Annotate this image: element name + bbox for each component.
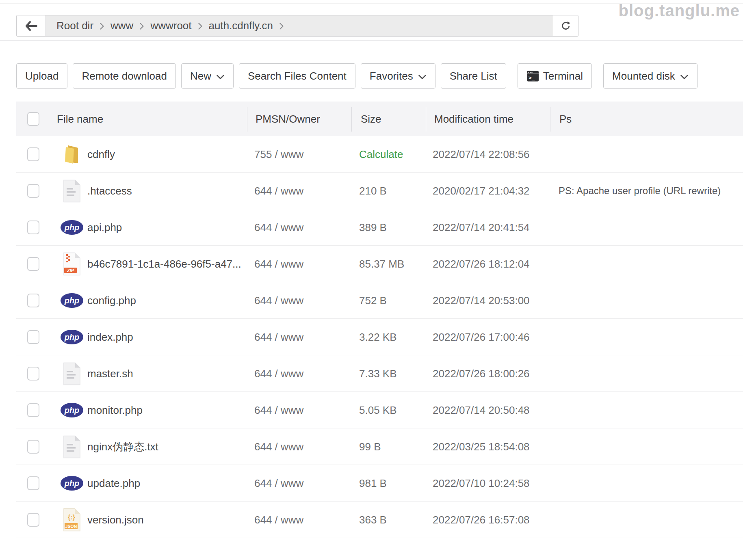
mounted-disk-button[interactable]: Mounted disk [603, 63, 698, 89]
text-file-icon [63, 179, 81, 203]
column-separator [426, 107, 426, 132]
col-ps[interactable]: Ps [559, 112, 572, 125]
col-pmsn-owner[interactable]: PMSN/Owner [256, 112, 320, 125]
svg-text:php: php [64, 479, 80, 488]
file-size: 5.05 KB [359, 404, 397, 416]
pmsn-owner-value: 644 / www [254, 294, 303, 307]
chevron-down-icon [216, 74, 225, 80]
breadcrumb: Root dir www wwwroot auth.cdnfly.cn [46, 15, 553, 36]
row-checkbox[interactable] [27, 257, 39, 271]
table-row[interactable]: ZIP b46c7891-1c1a-486e-96f5-a47... 644 /… [16, 246, 743, 282]
breadcrumb-item-wwwroot[interactable]: wwwroot [150, 19, 191, 32]
file-size: 363 B [359, 513, 387, 526]
svg-text:ZIP: ZIP [67, 268, 74, 273]
favorites-button[interactable]: Favorites [361, 63, 435, 89]
breadcrumb-bar: Root dir www wwwroot auth.cdnfly.cn [16, 15, 578, 37]
breadcrumb-item-root-dir[interactable]: Root dir [56, 19, 93, 32]
pmsn-owner-value: 644 / www [254, 257, 303, 270]
row-checkbox[interactable] [27, 294, 39, 307]
column-separator [351, 107, 352, 132]
file-name[interactable]: config.php [87, 294, 136, 307]
toolbar-button-label: Favorites [370, 70, 413, 82]
chevron-down-icon [680, 74, 689, 80]
toolbar-button-label: Remote download [82, 70, 167, 82]
file-size: 210 B [359, 184, 387, 197]
file-name[interactable]: cdnfly [87, 148, 115, 160]
table-row[interactable]: php api.php 644 / www 389 B 2022/07/14 2… [16, 209, 743, 246]
modification-time-value: 2022/03/25 18:54:08 [433, 440, 530, 453]
file-name[interactable]: index.php [87, 331, 133, 343]
new-button[interactable]: New [181, 63, 234, 89]
svg-text:php: php [64, 296, 80, 305]
file-name[interactable]: update.php [87, 477, 140, 489]
pmsn-owner-value: 644 / www [254, 331, 303, 343]
col-file-name[interactable]: File name [57, 112, 103, 125]
file-size: 3.22 KB [359, 331, 397, 343]
file-name[interactable]: api.php [87, 221, 122, 234]
table-row[interactable]: php index.php 644 / www 3.22 KB 2022/07/… [16, 319, 743, 355]
calculate-link[interactable]: Calculate [359, 148, 403, 160]
chevron-right-icon [198, 22, 203, 30]
file-name[interactable]: monitor.php [87, 404, 143, 416]
select-all-checkbox[interactable] [27, 112, 39, 126]
row-checkbox[interactable] [27, 184, 39, 198]
file-name[interactable]: nginx伪静态.txt [87, 439, 158, 454]
row-checkbox[interactable] [27, 147, 39, 161]
row-checkbox[interactable] [27, 513, 39, 527]
row-checkbox[interactable] [27, 403, 39, 417]
php-file-icon: php [60, 220, 84, 235]
upload-button[interactable]: Upload [16, 63, 67, 89]
back-button[interactable] [17, 15, 46, 36]
share-list-button[interactable]: Share List [441, 63, 506, 89]
table-row[interactable]: {:} JSON version.json 644 / www 363 B 20… [16, 502, 743, 538]
row-checkbox[interactable] [27, 440, 39, 454]
toolbar-button-label: Search Files Content [248, 70, 347, 82]
file-name[interactable]: version.json [87, 513, 144, 526]
pmsn-owner-value: 644 / www [254, 184, 303, 197]
file-size: 7.33 KB [359, 367, 397, 380]
file-name[interactable]: b46c7891-1c1a-486e-96f5-a47... [87, 257, 241, 270]
col-modification-time[interactable]: Modification time [434, 112, 513, 125]
pmsn-owner-value: 644 / www [254, 440, 303, 453]
modification-time-value: 2022/07/14 20:41:54 [433, 221, 530, 234]
table-header: File name PMSN/Owner Size Modification t… [16, 102, 743, 136]
table-row[interactable]: cdnfly 755 / www Calculate 2022/07/14 22… [16, 136, 743, 173]
modification-time-value: 2022/07/26 18:12:04 [433, 257, 530, 270]
file-name[interactable]: .htaccess [87, 184, 132, 197]
folder-icon [61, 143, 83, 165]
row-checkbox[interactable] [27, 221, 39, 234]
table-row[interactable]: php config.php 644 / www 752 B 2022/07/1… [16, 282, 743, 319]
row-checkbox[interactable] [27, 367, 39, 381]
col-size[interactable]: Size [361, 112, 381, 125]
chevron-right-icon [279, 22, 284, 30]
modification-time-value: 2022/07/26 18:00:26 [433, 367, 530, 380]
divider [0, 40, 743, 41]
search-files-content-button[interactable]: Search Files Content [239, 63, 355, 89]
watermark: blog.tanglu.me [619, 2, 740, 20]
terminal-button[interactable]: >_ Terminal [518, 63, 592, 89]
breadcrumb-item-auth-cdnfly-cn[interactable]: auth.cdnfly.cn [209, 19, 273, 32]
remote-download-button[interactable]: Remote download [73, 63, 176, 89]
pmsn-owner-value: 644 / www [254, 404, 303, 416]
breadcrumb-item-www[interactable]: www [110, 19, 133, 32]
file-size: 752 B [359, 294, 387, 307]
modification-time-value: 2022/07/14 22:08:56 [433, 148, 530, 160]
refresh-button[interactable] [553, 15, 578, 36]
table-row[interactable]: .htaccess 644 / www 210 B 2020/02/17 21:… [16, 173, 743, 209]
modification-time-value: 2022/07/10 10:24:58 [433, 477, 530, 489]
file-name[interactable]: master.sh [87, 367, 133, 380]
svg-text:{:}: {:} [68, 514, 75, 521]
row-checkbox[interactable] [27, 476, 39, 490]
table-row[interactable]: php monitor.php 644 / www 5.05 KB 2022/0… [16, 392, 743, 428]
text-file-icon [63, 435, 81, 458]
table-row[interactable]: nginx伪静态.txt 644 / www 99 B 2022/03/25 1… [16, 428, 743, 465]
pmsn-owner-value: 755 / www [254, 148, 303, 160]
php-file-icon: php [60, 329, 84, 345]
row-checkbox[interactable] [27, 330, 39, 344]
pmsn-owner-value: 644 / www [254, 477, 303, 489]
table-row[interactable]: php update.php 644 / www 981 B 2022/07/1… [16, 465, 743, 502]
table-row[interactable]: master.sh 644 / www 7.33 KB 2022/07/26 1… [16, 355, 743, 392]
json-file-icon: {:} JSON [63, 508, 81, 532]
modification-time-value: 2020/02/17 21:04:32 [433, 184, 530, 197]
svg-text:php: php [64, 406, 80, 415]
